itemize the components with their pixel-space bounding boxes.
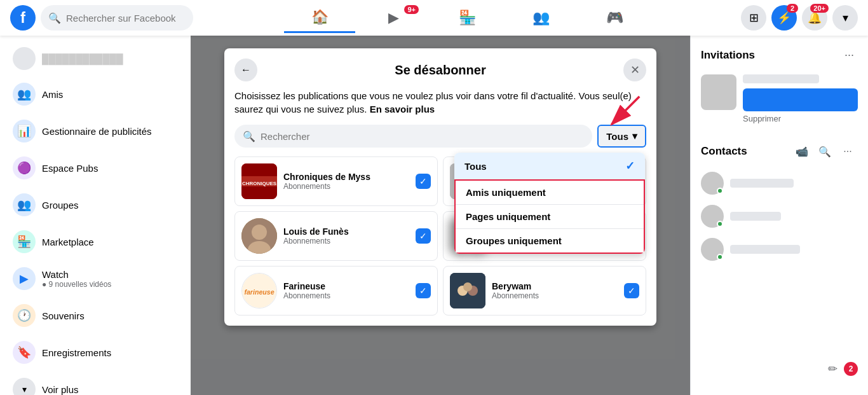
filter-option-pages[interactable]: Pages uniquement [456, 205, 644, 228]
modal-close-button[interactable]: ✕ [623, 59, 646, 81]
modal-search-container[interactable]: 🔍 [234, 125, 592, 148]
chat-compose-icon[interactable]: ✏ [828, 362, 837, 376]
modal-title: Se désabonner [395, 63, 485, 78]
filter-option-pages-label: Pages uniquement [466, 211, 550, 222]
search-bar[interactable]: 🔍 [41, 5, 193, 31]
left-sidebar: ████████████ 👥 Amis 📊 Gestionnaire de pu… [0, 36, 191, 395]
espace-pubs-icon: 🟣 [13, 156, 36, 179]
search-input[interactable] [66, 13, 186, 24]
sidebar-label-watch: Watch [42, 269, 111, 280]
enregistrements-icon: 🔖 [13, 341, 36, 364]
watch-icon: ▶ [13, 267, 36, 290]
modal-description: Choisissez les publications que vous ne … [234, 89, 646, 116]
right-sidebar: Invitations ··· Supprimer Contacts 📹 🔍 ·… [690, 36, 868, 395]
contacts-actions: 📹 🔍 ··· [792, 141, 858, 162]
contact-item-3[interactable] [696, 233, 863, 266]
sub-card-berywam[interactable]: Berywam Abonnements ✓ [443, 266, 646, 315]
sidebar-item-watch[interactable]: ▶ Watch ● 9 nouvelles vidéos [5, 261, 186, 296]
contacts-section: Contacts 📹 🔍 ··· [696, 141, 863, 266]
inv-avatar [701, 74, 736, 110]
filter-option-groupes[interactable]: Groupes uniquement [456, 229, 644, 253]
svg-text:CHRONIQUES: CHRONIQUES [242, 181, 277, 186]
sidebar-label-marketplace: Marketplace [42, 237, 94, 247]
modal-search-input[interactable] [261, 131, 584, 142]
online-dot-1 [717, 188, 723, 194]
contact-name-3 [730, 245, 800, 254]
inv-info: Supprimer [743, 74, 858, 126]
sidebar-item-enregistrements[interactable]: 🔖 Enregistrements [5, 335, 186, 370]
sidebar-item-groupes[interactable]: 👥 Groupes [5, 187, 186, 223]
nav-groups-button[interactable]: 👥 [505, 3, 576, 33]
sidebar-user-profile[interactable]: ████████████ [5, 42, 186, 75]
modal-header: ← Se désabonner ✕ [224, 48, 656, 81]
filter-dropdown[interactable]: Tous ▾ Tous ✓ Amis uniquement [597, 125, 646, 148]
sub-info-berywam: Berywam Abonnements [492, 281, 618, 300]
nav-center-icons: 🏠 ▶ 9+ 🏪 👥 🎮 [198, 3, 736, 33]
nav-video-button[interactable]: ▶ 9+ [358, 3, 429, 33]
modal-learn-more-link[interactable]: En savoir plus [370, 104, 435, 114]
nav-grid-button[interactable]: ⊞ [741, 5, 766, 31]
filter-option-tous[interactable]: Tous ✓ [454, 153, 645, 179]
sub-name-berywam: Berywam [492, 281, 618, 291]
sub-name-farineuse: Farineuse [283, 281, 409, 291]
sidebar-label-gestionnaire: Gestionnaire de publicités [42, 126, 152, 137]
sidebar-item-amis[interactable]: 👥 Amis [5, 76, 186, 112]
facebook-logo: f [10, 5, 36, 31]
contacts-search-button[interactable]: 🔍 [815, 141, 835, 162]
sub-type-berywam: Abonnements [492, 291, 618, 300]
bottom-badge: 2 [844, 362, 858, 376]
sidebar-item-souvenirs[interactable]: 🕐 Souvenirs [5, 298, 186, 333]
check-icon-tous: ✓ [625, 159, 635, 173]
sidebar-item-voir-plus[interactable]: ▾ Voir plus [5, 371, 186, 395]
nav-home-button[interactable]: 🏠 [284, 3, 355, 33]
contact-name-2 [730, 212, 781, 221]
contacts-title: Contacts [701, 145, 747, 158]
nav-notifications-button[interactable]: 🔔 20+ [802, 5, 827, 31]
invitations-more-icon[interactable]: ··· [841, 46, 858, 64]
sub-card-farineuse[interactable]: farineuse Farineuse Abonnements ✓ [234, 266, 438, 315]
nav-gaming-button[interactable]: 🎮 [579, 3, 650, 33]
sub-info-myss: Chroniques de Myss Abonnements [283, 172, 409, 191]
filter-option-amis-label: Amis uniquement [466, 187, 546, 198]
online-dot-3 [717, 254, 723, 260]
sub-card-funes[interactable]: Louis de Funès Abonnements ✓ [234, 211, 438, 261]
contact-name-1 [730, 179, 794, 188]
invitations-header: Invitations ··· [696, 46, 863, 69]
modal-search-row: 🔍 Tous ▾ Tous ✓ [234, 125, 646, 148]
contacts-header: Contacts 📹 🔍 ··· [696, 141, 863, 167]
delete-link[interactable]: Supprimer [743, 111, 858, 126]
contacts-more-button[interactable]: ··· [837, 141, 858, 162]
sub-check-farineuse[interactable]: ✓ [416, 283, 431, 298]
sidebar-label-voir-plus: Voir plus [42, 384, 79, 395]
sub-type-farineuse: Abonnements [283, 291, 409, 300]
nav-marketplace-button[interactable]: 🏪 [431, 3, 503, 33]
sidebar-item-gestionnaire[interactable]: 📊 Gestionnaire de publicités [5, 113, 186, 149]
sub-avatar-berywam [450, 273, 485, 308]
contact-item-1[interactable] [696, 167, 863, 200]
sub-check-myss[interactable]: ✓ [416, 174, 431, 189]
sidebar-item-marketplace[interactable]: 🏪 Marketplace [5, 224, 186, 260]
filter-option-amis[interactable]: Amis uniquement [456, 181, 644, 204]
sidebar-sublabel-watch: ● 9 nouvelles vidéos [42, 280, 111, 289]
sub-check-berywam[interactable]: ✓ [624, 283, 639, 298]
sidebar-item-espace-pubs[interactable]: 🟣 Espace Pubs [5, 150, 186, 186]
inv-name [743, 74, 819, 83]
contact-avatar-2 [701, 205, 724, 228]
amis-icon: 👥 [13, 83, 36, 106]
nav-menu-button[interactable]: ▾ [832, 5, 858, 31]
messenger-badge: 2 [787, 4, 798, 13]
sub-info-farineuse: Farineuse Abonnements [283, 281, 409, 300]
sub-card-myss[interactable]: CHRONIQUES Chroniques de Myss Abonnement… [234, 156, 438, 206]
sub-check-funes[interactable]: ✓ [416, 228, 431, 244]
center-content: ← Se désabonner ✕ Choisissez les publica… [191, 36, 690, 395]
notifications-badge: 20+ [810, 4, 829, 13]
sidebar-label-enregistrements: Enregistrements [42, 347, 111, 358]
contacts-video-button[interactable]: 📹 [792, 141, 812, 162]
nav-messenger-button[interactable]: ⚡ 2 [771, 5, 797, 31]
sidebar-label-amis: Amis [42, 89, 63, 100]
contact-item-2[interactable] [696, 200, 863, 233]
gestionnaire-icon: 📊 [13, 120, 36, 142]
search-icon: 🔍 [48, 12, 61, 24]
sub-avatar-farineuse: farineuse [241, 273, 277, 308]
modal-back-button[interactable]: ← [234, 59, 257, 81]
